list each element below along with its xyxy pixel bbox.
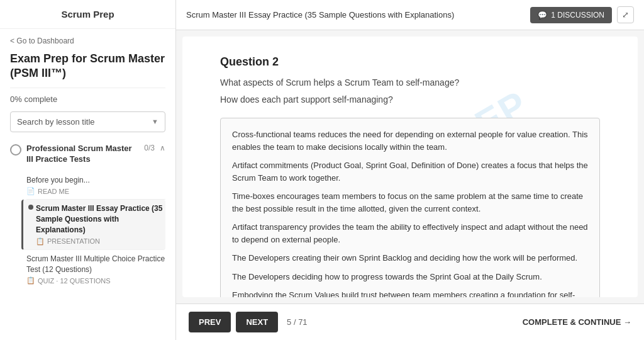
main-header-title: Scrum Master III Essay Practice (35 Samp… bbox=[186, 10, 454, 20]
footer-left: PREV NEXT 5 / 71 bbox=[189, 312, 308, 332]
sidebar: Scrum Prep Go to Dashboard Exam Prep for… bbox=[0, 0, 176, 340]
answer-item-1: Artifact commitments (Product Goal, Spri… bbox=[232, 159, 588, 184]
lesson-group-header[interactable]: Professional Scrum Master III Practice T… bbox=[10, 141, 165, 167]
lesson-item-content: Scrum Master III Essay Practice (35 Samp… bbox=[36, 203, 165, 245]
divider bbox=[10, 88, 165, 88]
lesson-item-row: Scrum Master III Essay Practice (35 Samp… bbox=[28, 203, 165, 245]
search-dropdown[interactable]: Search by lesson title ▼ bbox=[10, 111, 165, 132]
answer-item-2: Time-boxes encourages team members to fo… bbox=[232, 190, 588, 215]
main-content-area: Scrum Master III Essay Practice (35 Samp… bbox=[176, 0, 644, 340]
expand-icon: ⤢ bbox=[622, 10, 629, 20]
lesson-item-title-mc: Scrum Master III Multiple Choice Practic… bbox=[26, 254, 165, 275]
main-footer: PREV NEXT 5 / 71 COMPLETE & CONTINUE bbox=[176, 303, 644, 340]
lesson-item-meta-mc: 📋 QUIZ · 12 QUESTIONS bbox=[26, 276, 165, 285]
question-text-1: What aspects of Scrum helps a Scrum Team… bbox=[220, 76, 600, 89]
lesson-group-title: Professional Scrum Master III Practice T… bbox=[26, 144, 140, 165]
lesson-items: Before you begin... 📄 READ ME Scrum Mast… bbox=[26, 171, 165, 289]
answer-item-5: The Developers deciding how to progress … bbox=[232, 271, 588, 283]
lesson-item-essay[interactable]: Scrum Master III Essay Practice (35 Samp… bbox=[21, 200, 165, 249]
dropdown-arrow-icon: ▼ bbox=[152, 118, 158, 125]
back-link[interactable]: Go to Dashboard bbox=[10, 37, 165, 45]
discussion-label: 1 DISCUSSION bbox=[551, 11, 604, 20]
answer-item-3: Artifact transparency provides the team … bbox=[232, 221, 588, 246]
page-indicator: 5 / 71 bbox=[287, 317, 308, 327]
quiz-icon: 📋 bbox=[26, 276, 35, 285]
toggle-icon[interactable]: ∧ bbox=[160, 144, 165, 152]
sidebar-body: Go to Dashboard Exam Prep for Scrum Mast… bbox=[0, 29, 175, 340]
main-header: Scrum Master III Essay Practice (35 Samp… bbox=[176, 0, 644, 30]
answer-item-6: Embodying the Scrum Values build trust b… bbox=[232, 289, 588, 297]
lesson-group-left: Professional Scrum Master III Practice T… bbox=[10, 144, 140, 165]
complete-continue-button[interactable]: COMPLETE & CONTINUE bbox=[523, 317, 631, 327]
course-title: Exam Prep for Scrum Master (PSM III™) bbox=[10, 52, 165, 81]
lesson-item-meta-active: 📋 PRESENTATION bbox=[36, 237, 165, 246]
chat-icon: 💬 bbox=[538, 11, 547, 20]
answer-item-0: Cross-functional teams reduces the need … bbox=[232, 128, 588, 153]
question-content: SCRUM PREP Question 2 What aspects of Sc… bbox=[182, 37, 638, 297]
lesson-item-multiple[interactable]: Scrum Master III Multiple Choice Practic… bbox=[26, 250, 165, 289]
active-dot-icon bbox=[28, 205, 33, 210]
lesson-item-type: READ ME bbox=[38, 188, 69, 195]
presentation-icon: 📋 bbox=[36, 237, 45, 246]
expand-button[interactable]: ⤢ bbox=[617, 6, 634, 23]
lesson-item-type-mc: QUIZ · 12 QUESTIONS bbox=[38, 277, 111, 285]
circle-icon bbox=[10, 144, 21, 156]
prev-button[interactable]: PREV bbox=[189, 312, 231, 332]
question-number: Question 2 bbox=[220, 55, 600, 69]
lesson-group-count: 0/3 bbox=[144, 144, 155, 152]
header-right: 💬 1 DISCUSSION ⤢ bbox=[530, 6, 634, 23]
lesson-group-psm3: Professional Scrum Master III Practice T… bbox=[10, 141, 165, 289]
next-button[interactable]: NEXT bbox=[236, 312, 278, 332]
lesson-item-meta: 📄 READ ME bbox=[26, 187, 165, 195]
lesson-item-title: Before you begin... bbox=[26, 175, 165, 186]
lesson-item-before[interactable]: Before you begin... 📄 READ ME bbox=[26, 171, 165, 200]
read-me-icon: 📄 bbox=[26, 187, 35, 195]
search-placeholder: Search by lesson title bbox=[17, 117, 95, 127]
sidebar-title: Scrum Prep bbox=[0, 0, 175, 29]
question-text-2: How does each part support self-managing… bbox=[220, 93, 600, 106]
progress-text: 0% complete bbox=[10, 94, 165, 104]
answer-item-4: The Developers creating their own Sprint… bbox=[232, 252, 588, 264]
answer-box: Cross-functional teams reduces the need … bbox=[220, 118, 600, 297]
lesson-item-type-active: PRESENTATION bbox=[47, 237, 100, 245]
discussion-button[interactable]: 💬 1 DISCUSSION bbox=[530, 7, 612, 23]
lesson-item-title-active: Scrum Master III Essay Practice (35 Samp… bbox=[36, 203, 165, 235]
